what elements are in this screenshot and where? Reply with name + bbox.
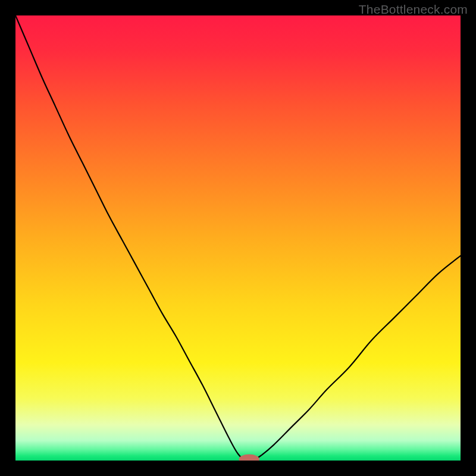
chart-frame: TheBottleneck.com: [0, 0, 476, 476]
chart-background-gradient: [15, 15, 461, 461]
watermark-text: TheBottleneck.com: [359, 2, 468, 17]
bottleneck-chart: [15, 15, 461, 461]
